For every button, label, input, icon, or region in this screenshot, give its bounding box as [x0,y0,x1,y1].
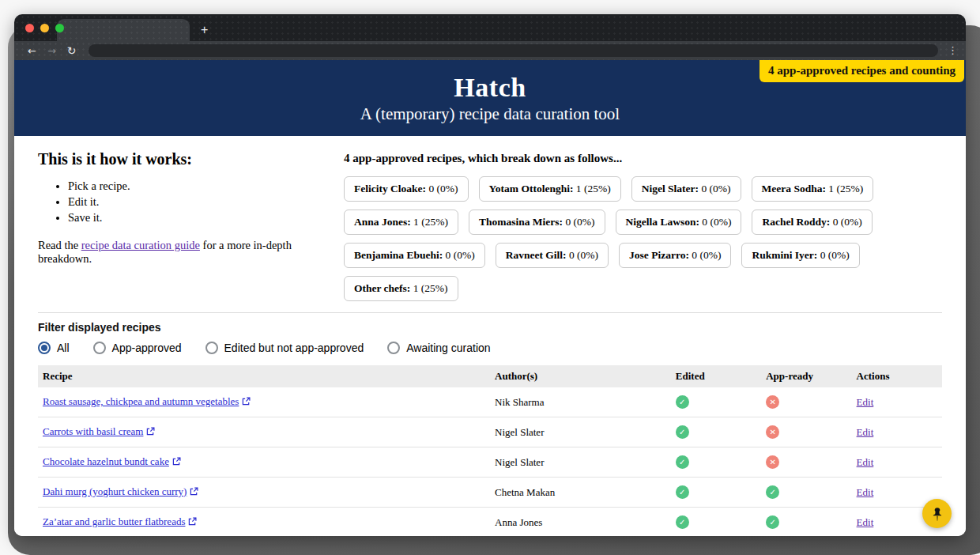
column-header: Recipe [38,365,490,387]
chef-count: 1 (25%) [826,183,863,194]
recipe-link[interactable]: Roast sausage, chickpea and autumn veget… [43,395,239,407]
radio-button-icon[interactable] [93,342,106,354]
recipe-link[interactable]: Carrots with basil cream [43,425,143,437]
radio-label: Edited but not app-approved [224,342,364,354]
chef-stat-chip: Yotam Ottolenghi: 1 (25%) [479,176,621,202]
app-ready-status-icon: ✕ [766,455,779,469]
table-body: Roast sausage, chickpea and autumn veget… [38,387,942,536]
section-divider [38,312,942,313]
chef-name: Thomasina Miers: [479,216,563,228]
author-cell: Nigel Slater [490,447,671,478]
chef-count: 0 (0%) [443,249,475,261]
edited-status-icon: ✓ [676,515,689,529]
edit-link[interactable]: Edit [857,396,874,408]
close-window-button[interactable] [25,24,34,32]
chef-stat-chip: Other chefs: 1 (25%) [344,276,458,301]
radio-button-icon[interactable] [38,342,51,354]
guide-prefix: Read the [38,239,81,251]
address-bar[interactable] [89,44,938,57]
chef-stat-chip: Nigella Lawson: 0 (0%) [616,210,742,235]
chef-stat-chip: Rachel Roddy: 0 (0%) [752,210,872,235]
app-ready-status-icon: ✓ [766,515,779,529]
author-cell: Nigel Slater [490,417,671,447]
chef-count: 0 (0%) [563,216,595,228]
curation-guide-link[interactable]: recipe data curation guide [81,239,200,251]
filter-radio-option[interactable]: Edited but not app-approved [205,342,364,354]
radio-button-icon[interactable] [205,342,218,354]
chef-name: Anna Jones: [354,216,411,228]
page-header: Hatch A (temporary) recipe data curation… [14,60,966,136]
external-link-icon [188,516,197,529]
pushpin-icon [929,506,945,522]
browser-toolbar: ← → ↻ ⋮ [14,41,966,60]
recipe-link[interactable]: Dahi murg (yoghurt chicken curry) [43,485,187,497]
chef-name: Other chefs: [354,282,410,294]
edited-status-icon: ✓ [676,455,689,469]
tab-strip: + [14,14,966,41]
browser-tab[interactable] [57,19,190,41]
browser-window: + ← → ↻ ⋮ Hatch A (temporary) recipe dat… [14,14,966,536]
chef-stat-chip: Jose Pizarro: 0 (0%) [619,243,731,268]
chef-stat-chip: Felicity Cloake: 0 (0%) [344,176,469,202]
edit-link[interactable]: Edit [857,456,874,468]
filter-radio-option[interactable]: App-approved [93,342,182,354]
approved-count-banner: 4 app-approved recipes and counting [760,60,964,82]
stats-section: 4 app-approved recipes, which break down… [344,147,942,301]
external-link-icon [146,426,155,439]
external-link-icon [190,486,198,499]
chef-stat-chip: Thomasina Miers: 0 (0%) [469,210,605,235]
back-icon[interactable]: ← [28,46,36,56]
author-cell: Anna Jones [490,508,671,537]
new-tab-button[interactable]: + [201,23,208,37]
chef-stat-chip: Nigel Slater: 0 (0%) [631,176,741,202]
external-link-icon [242,396,251,409]
minimize-window-button[interactable] [40,24,49,32]
step-item: Edit it. [68,195,344,209]
author-cell: Chetna Makan [490,478,671,508]
filter-radio-option[interactable]: Awaiting curation [387,342,490,354]
chef-stat-chip: Anna Jones: 1 (25%) [344,210,458,235]
chef-count: 0 (0%) [699,216,732,228]
app-ready-status-icon: ✕ [766,395,779,409]
external-link-icon [172,456,181,469]
filter-heading: Filter displayed recipes [38,321,942,334]
guide-paragraph: Read the recipe data curation guide for … [38,239,344,266]
radio-button-icon[interactable] [387,342,400,354]
chef-name: Nigel Slater: [642,183,699,194]
edited-status-icon: ✓ [676,485,689,499]
edit-link[interactable]: Edit [857,516,874,528]
edit-link[interactable]: Edit [857,426,874,438]
step-item: Save it. [68,211,344,225]
edit-link[interactable]: Edit [857,486,874,498]
chef-name: Felicity Cloake: [354,183,426,194]
table-row: Chocolate hazelnut bundt cake Nigel Slat… [38,447,942,478]
browser-menu-icon[interactable]: ⋮ [948,44,958,57]
how-it-works-heading: This is it how it works: [38,150,344,168]
recipe-link[interactable]: Za’atar and garlic butter flatbreads [43,515,185,527]
chef-stat-chip: Benjamina Ebuehi: 0 (0%) [344,243,485,268]
radio-label: All [57,342,70,354]
table-row: Roast sausage, chickpea and autumn veget… [38,387,942,417]
reload-icon[interactable]: ↻ [67,45,77,56]
recipe-link[interactable]: Chocolate hazelnut bundt cake [43,455,169,467]
chef-stat-chip: Ravneet Gill: 0 (0%) [496,243,609,268]
maximize-window-button[interactable] [55,24,64,32]
pin-fab-button[interactable] [922,499,952,528]
recipes-table: RecipeAuthor(s)EditedApp-readyActions Ro… [38,365,942,536]
chef-name: Rachel Roddy: [762,216,830,228]
filter-section: Filter displayed recipes All App-approve… [38,321,942,354]
radio-label: App-approved [112,342,182,354]
column-header: Actions [852,365,942,387]
browser-chrome: + ← → ↻ ⋮ [14,14,966,60]
screenshot-stage: + ← → ↻ ⋮ Hatch A (temporary) recipe dat… [0,0,980,555]
chef-name: Meera Sodha: [762,183,826,194]
chef-count: 1 (25%) [411,216,448,228]
forward-icon[interactable]: → [47,46,56,56]
filter-radio-option[interactable]: All [38,342,70,354]
chef-count: 0 (0%) [817,249,850,261]
column-header: Edited [671,365,761,387]
how-it-works-section: This is it how it works: Pick a recipe.E… [38,147,344,301]
chef-count: 0 (0%) [567,249,599,261]
table-row: Dahi murg (yoghurt chicken curry) Chetna… [38,478,942,508]
author-cell: Nik Sharma [490,387,671,417]
